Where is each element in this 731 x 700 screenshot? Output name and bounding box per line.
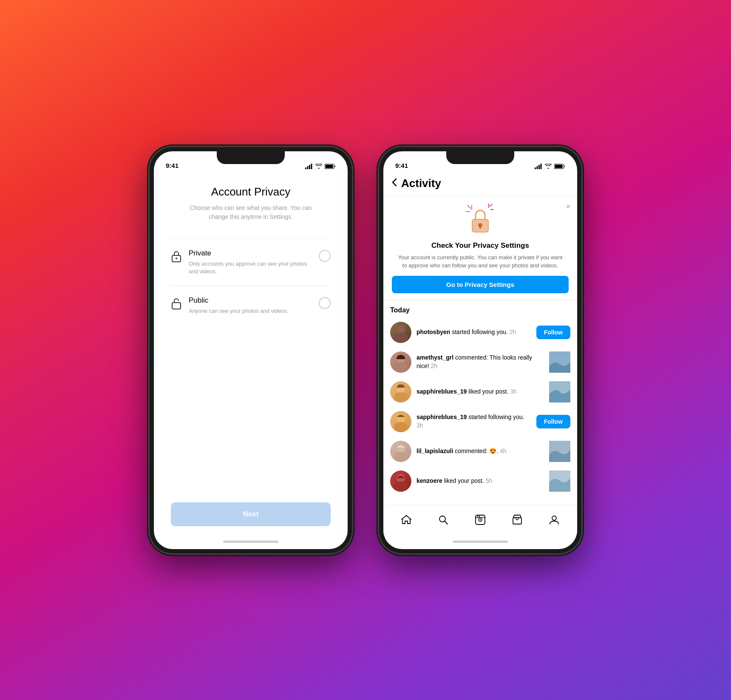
activity-item-3: sapphireblues_19 liked your post. 3h — [383, 377, 577, 407]
avatar-sapphire-2 — [390, 411, 411, 432]
thumb-3 — [549, 381, 570, 402]
battery-icon — [325, 164, 336, 169]
private-option-title: Private — [189, 249, 312, 258]
tab-search[interactable] — [437, 514, 449, 526]
privacy-content: Account Privacy Choose who can see what … — [154, 173, 348, 535]
activity-text-4: sapphireblues_19 started following you. … — [416, 413, 531, 430]
banner-close-button[interactable]: × — [566, 202, 570, 211]
battery-icon-2 — [554, 164, 565, 169]
signal-icon — [305, 164, 313, 169]
thumb-6 — [549, 470, 570, 492]
phone-1: 9:41 — [149, 146, 353, 554]
private-radio[interactable] — [319, 250, 331, 262]
svg-point-7 — [176, 258, 177, 259]
phone-2-screen: 9:41 — [383, 151, 577, 549]
svg-point-30 — [394, 392, 408, 402]
svg-rect-10 — [537, 166, 538, 169]
time-4: 3h — [416, 422, 423, 429]
public-option-text: Public Anyone can see your photos and vi… — [189, 296, 312, 315]
activity-item-2: amethyst_grl commented: This looks reall… — [383, 347, 577, 377]
svg-rect-9 — [535, 167, 536, 169]
svg-point-46 — [477, 516, 478, 517]
tab-reels[interactable] — [474, 514, 486, 526]
status-icons-2 — [535, 164, 565, 169]
public-radio[interactable] — [319, 297, 331, 309]
activity-text-2: amethyst_grl commented: This looks reall… — [416, 354, 544, 370]
svg-point-33 — [394, 422, 408, 432]
avatar-amethyst — [390, 351, 411, 373]
activity-text-1: photosbyen started following you. 2h — [416, 328, 531, 337]
svg-point-35 — [394, 452, 408, 462]
privacy-page-title: Account Privacy — [171, 185, 331, 198]
avatar-lapis — [390, 441, 411, 462]
phone-2: 9:41 — [378, 146, 582, 554]
avatar-photosbyen — [390, 322, 411, 343]
private-option-text: Private Only accounts you approve can se… — [189, 249, 312, 275]
status-time-1: 9:41 — [166, 162, 178, 169]
status-icons-1 — [305, 164, 336, 169]
back-button[interactable] — [392, 178, 397, 188]
signal-icon-2 — [535, 164, 542, 169]
privacy-subtitle: Choose who can see what you share. You c… — [171, 204, 331, 221]
svg-point-27 — [394, 363, 408, 373]
username-3: sapphireblues_19 — [416, 388, 467, 395]
tab-profile[interactable] — [548, 514, 560, 526]
privacy-banner: × — [383, 196, 577, 300]
svg-rect-3 — [311, 164, 312, 169]
activity-body: × — [383, 196, 577, 535]
tab-bar — [383, 505, 577, 535]
activity-item-6: kenzoere liked your post. 5h — [383, 466, 577, 496]
notch-1 — [217, 151, 285, 164]
public-option-title: Public — [189, 296, 312, 305]
svg-rect-11 — [538, 165, 540, 169]
tab-shop[interactable] — [511, 514, 523, 526]
time-2: 2h — [431, 363, 437, 369]
home-bar-1 — [223, 541, 278, 543]
tab-home[interactable] — [400, 514, 412, 526]
svg-rect-0 — [305, 167, 306, 169]
avatar-kenzoere — [390, 470, 411, 492]
home-indicator-1 — [154, 535, 348, 549]
activity-text-6: kenzoere liked your post. 5h — [416, 477, 544, 485]
svg-point-47 — [479, 516, 480, 517]
svg-line-41 — [445, 521, 448, 524]
home-bar-2 — [453, 541, 508, 543]
go-privacy-button[interactable]: Go to Privacy Settings — [392, 276, 569, 293]
activity-item-5: lil_lapislazuli commented: 😍. 4h — [383, 436, 577, 466]
activity-list: Today photosbyen started following you. … — [383, 300, 577, 505]
svg-rect-48 — [513, 518, 521, 524]
username-2: amethyst_grl — [416, 354, 453, 361]
svg-rect-5 — [326, 164, 333, 168]
banner-desc: Your account is currently public. You ca… — [392, 253, 569, 270]
banner-title: Check Your Privacy Settings — [392, 241, 569, 250]
follow-button-2[interactable]: Follow — [536, 415, 570, 428]
svg-line-20 — [490, 204, 492, 206]
time-3: 3h — [510, 388, 517, 395]
activity-text-3: sapphireblues_19 liked your post. 3h — [416, 388, 544, 396]
activity-header: Activity — [383, 173, 577, 196]
public-option[interactable]: Public Anyone can see your photos and vi… — [171, 286, 331, 325]
privacy-spacer — [171, 325, 331, 502]
follow-button-1[interactable]: Follow — [536, 326, 570, 339]
private-option[interactable]: Private Only accounts you approve can se… — [171, 238, 331, 286]
svg-point-49 — [552, 516, 556, 520]
home-indicator-2 — [383, 535, 577, 549]
svg-rect-23 — [479, 225, 481, 229]
activity-page-title: Activity — [401, 177, 441, 190]
private-lock-icon — [171, 250, 182, 264]
activity-text-5: lil_lapislazuli commented: 😍. 4h — [416, 447, 544, 456]
username-4: sapphireblues_19 — [416, 414, 467, 420]
next-button[interactable]: Next — [171, 502, 331, 526]
time-6: 5h — [486, 477, 493, 484]
avatar-sapphire-1 — [390, 381, 411, 402]
svg-point-38 — [394, 482, 408, 492]
svg-point-25 — [394, 333, 408, 343]
svg-rect-8 — [172, 303, 181, 309]
svg-rect-2 — [309, 165, 310, 169]
public-option-desc: Anyone can see your photos and videos. — [189, 307, 312, 315]
public-lock-icon — [171, 297, 182, 312]
time-1: 2h — [510, 329, 516, 335]
phone-1-screen: 9:41 — [154, 151, 348, 549]
status-time-2: 9:41 — [395, 162, 408, 169]
svg-line-17 — [468, 205, 470, 208]
